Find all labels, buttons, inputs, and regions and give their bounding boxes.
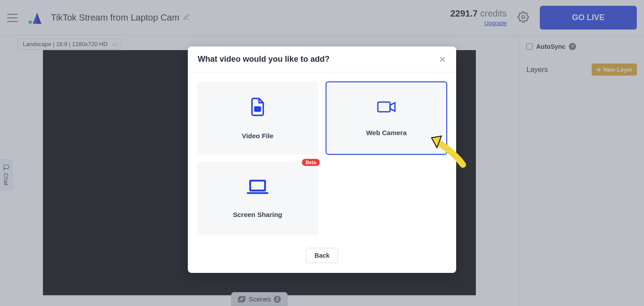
modal-overlay: What video would you like to add? ✕ Vide… (0, 0, 644, 306)
modal-title: What video would you like to add? (198, 55, 330, 64)
close-icon[interactable]: ✕ (439, 55, 446, 64)
option-video-file[interactable]: Video File (197, 81, 318, 155)
add-video-modal: What video would you like to add? ✕ Vide… (188, 47, 456, 273)
svg-rect-4 (255, 107, 261, 111)
beta-badge: Beta (302, 159, 320, 166)
option-screen-sharing[interactable]: Beta Screen Sharing (197, 162, 318, 235)
option-label: Video File (242, 132, 274, 140)
option-label: Web Camera (366, 129, 407, 136)
svg-rect-5 (378, 102, 390, 112)
file-video-icon (249, 97, 266, 117)
laptop-icon (246, 179, 269, 196)
option-web-camera[interactable]: Web Camera (326, 81, 447, 155)
svg-rect-6 (250, 180, 265, 190)
option-label: Screen Sharing (233, 211, 282, 218)
back-button[interactable]: Back (306, 248, 338, 263)
camera-icon (377, 100, 396, 114)
